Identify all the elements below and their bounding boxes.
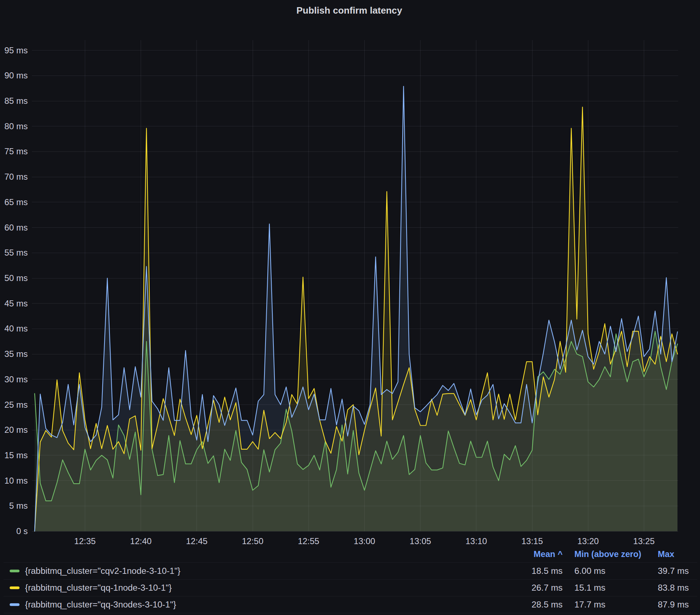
svg-text:{rabbitmq_cluster="qq-3nodes-3: {rabbitmq_cluster="qq-3nodes-3-10-1"} xyxy=(25,600,176,609)
svg-text:45 ms: 45 ms xyxy=(4,299,28,308)
svg-text:15 ms: 15 ms xyxy=(4,450,28,460)
svg-text:12:55: 12:55 xyxy=(298,536,319,546)
svg-text:6.00 ms: 6.00 ms xyxy=(574,566,606,576)
svg-text:25 ms: 25 ms xyxy=(4,400,28,410)
svg-text:83.8 ms: 83.8 ms xyxy=(658,583,689,592)
svg-text:18.5 ms: 18.5 ms xyxy=(531,566,563,576)
svg-text:70 ms: 70 ms xyxy=(4,172,28,181)
svg-text:0 s: 0 s xyxy=(16,526,28,536)
svg-text:Min (above zero): Min (above zero) xyxy=(574,549,641,559)
svg-text:50 ms: 50 ms xyxy=(4,273,28,283)
svg-text:55 ms: 55 ms xyxy=(4,248,28,257)
svg-text:12:40: 12:40 xyxy=(130,536,152,546)
svg-text:20 ms: 20 ms xyxy=(4,425,28,435)
svg-text:39.7 ms: 39.7 ms xyxy=(658,566,689,576)
svg-text:90 ms: 90 ms xyxy=(4,71,28,80)
svg-text:85 ms: 85 ms xyxy=(4,96,28,106)
svg-text:40 ms: 40 ms xyxy=(4,324,28,333)
svg-text:13:15: 13:15 xyxy=(521,536,543,546)
svg-text:12:45: 12:45 xyxy=(186,536,208,546)
svg-text:Publish confirm latency: Publish confirm latency xyxy=(296,5,402,16)
svg-text:60 ms: 60 ms xyxy=(4,223,28,232)
svg-text:{rabbitmq_cluster="cqv2-1node-: {rabbitmq_cluster="cqv2-1node-3-10-1"} xyxy=(25,566,180,576)
svg-text:17.7 ms: 17.7 ms xyxy=(574,600,606,609)
svg-text:5 ms: 5 ms xyxy=(9,501,28,510)
svg-text:87.9 ms: 87.9 ms xyxy=(658,600,689,609)
svg-text:65 ms: 65 ms xyxy=(4,197,28,207)
svg-text:13:10: 13:10 xyxy=(466,536,487,546)
svg-text:15.1 ms: 15.1 ms xyxy=(574,583,606,592)
svg-text:Mean ^: Mean ^ xyxy=(534,549,563,559)
svg-text:26.7 ms: 26.7 ms xyxy=(531,583,563,592)
svg-text:95 ms: 95 ms xyxy=(4,45,28,55)
svg-text:75 ms: 75 ms xyxy=(4,146,28,156)
svg-text:13:25: 13:25 xyxy=(633,536,655,546)
svg-text:12:35: 12:35 xyxy=(74,536,96,546)
svg-text:10 ms: 10 ms xyxy=(4,476,28,485)
svg-text:{rabbitmq_cluster="qq-1node-3-: {rabbitmq_cluster="qq-1node-3-10-1"} xyxy=(25,583,172,592)
svg-text:28.5 ms: 28.5 ms xyxy=(531,600,563,609)
svg-text:Max: Max xyxy=(658,549,674,559)
svg-text:12:50: 12:50 xyxy=(242,536,263,546)
svg-text:13:05: 13:05 xyxy=(410,536,431,546)
svg-text:30 ms: 30 ms xyxy=(4,374,28,384)
svg-text:80 ms: 80 ms xyxy=(4,121,28,131)
svg-text:13:20: 13:20 xyxy=(577,536,599,546)
svg-text:13:00: 13:00 xyxy=(354,536,375,546)
svg-text:35 ms: 35 ms xyxy=(4,349,28,359)
